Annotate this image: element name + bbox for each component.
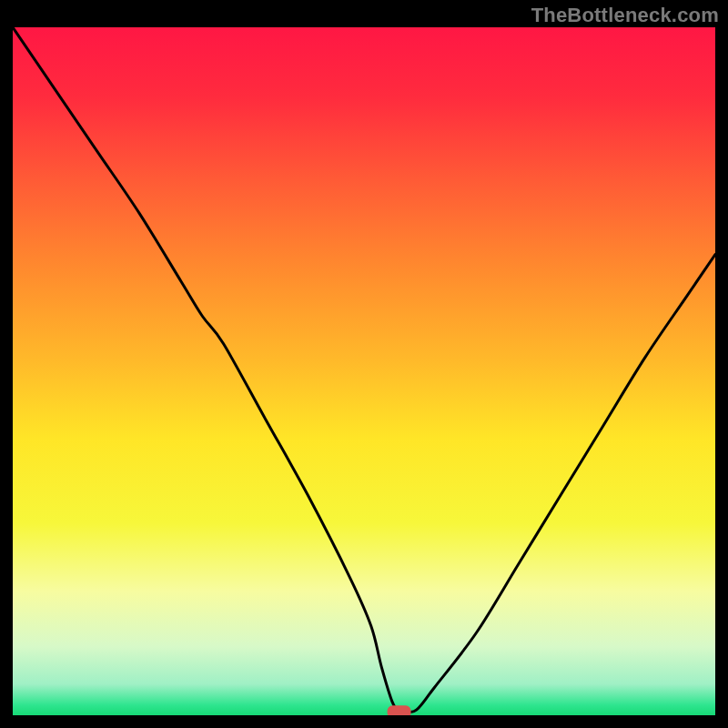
chart-frame (13, 27, 715, 715)
chart-background (13, 27, 715, 715)
optimal-point-marker (388, 705, 411, 715)
chart-svg (13, 27, 715, 715)
watermark-text: TheBottleneck.com (531, 4, 719, 27)
